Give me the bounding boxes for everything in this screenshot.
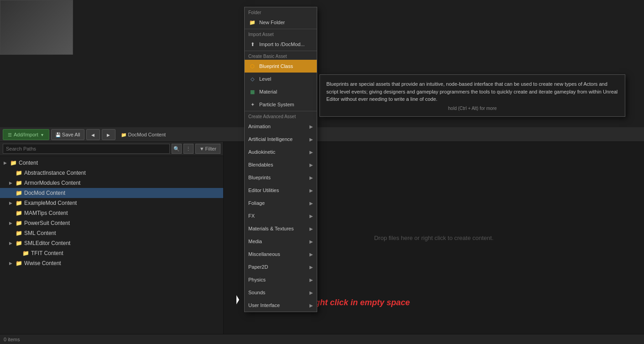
expand-arrow-icon: ▶ — [4, 161, 8, 165]
tree-item-label: MAMTips Content — [24, 210, 68, 216]
material-item[interactable]: ▦ Material — [245, 85, 317, 98]
search-button[interactable]: 🔍 — [172, 144, 182, 154]
animation-item[interactable]: Animation ▶ — [245, 120, 317, 133]
level-label: Level — [259, 76, 313, 82]
tree-item-examplemod[interactable]: ▶ 📁 ExampleMod Content — [0, 198, 223, 208]
folder-section-label: Folder — [245, 7, 317, 16]
filter-label: Filter — [205, 146, 216, 151]
tree-item-label: ExampleMod Content — [24, 200, 77, 206]
level-item[interactable]: ◇ Level — [245, 73, 317, 85]
search-input[interactable] — [3, 144, 170, 154]
miscellaneous-item[interactable]: Miscellaneous ▶ — [245, 248, 317, 261]
filter-button[interactable]: ▼ Filter — [195, 144, 220, 154]
submenu-arrow-icon: ▶ — [309, 277, 313, 282]
materials-textures-item[interactable]: Materials & Textures ▶ — [245, 222, 317, 235]
material-icon: ▦ — [248, 88, 257, 96]
animation-label: Animation — [248, 124, 307, 129]
import-label: Import to /DocMod... — [259, 42, 313, 47]
tree-item-tfit[interactable]: 📁 TFIT Content — [0, 248, 223, 258]
drop-hint: Drop files here or right click to create… — [374, 235, 494, 241]
submenu-arrow-icon: ▶ — [309, 290, 313, 295]
audiokinetic-item[interactable]: Audiokinetic ▶ — [245, 146, 317, 158]
tree-item-label: Content — [19, 160, 38, 166]
context-menu: Folder 📁 New Folder Import Asset ⬆ Impor… — [244, 7, 317, 312]
submenu-arrow-icon: ▶ — [309, 303, 313, 308]
submenu-arrow-icon: ▶ — [309, 162, 313, 167]
items-count: 0 items — [4, 337, 20, 342]
breadcrumb-label: DocMod Content — [128, 132, 166, 137]
expand-arrow-icon: ▶ — [9, 261, 14, 266]
sidebar: 🔍 ⋮ ▼ Filter ▶ 📁 Content 📁 AbstractInsta… — [0, 142, 224, 334]
tree-item-powersuit[interactable]: ▶ 📁 PowerSuit Content — [0, 218, 223, 228]
tree-item-label: PowerSuit Content — [24, 220, 70, 226]
new-folder-item[interactable]: 📁 New Folder — [245, 16, 317, 29]
tree-item-smleditor[interactable]: ▶ 📁 SMLEditor Content — [0, 238, 223, 248]
folder-icon: 📁 — [22, 250, 29, 256]
tree-item-label: AbstractInstance Content — [24, 170, 86, 176]
submenu-arrow-icon: ▶ — [309, 226, 313, 231]
particle-icon: ✦ — [248, 100, 257, 109]
status-bar: 0 items — [0, 334, 644, 344]
filter-icon: ▼ — [199, 146, 204, 151]
blendables-item[interactable]: Blendables ▶ — [245, 158, 317, 171]
fx-item[interactable]: FX ▶ — [245, 209, 317, 222]
basic-section-label: Create Basic Asset — [245, 51, 317, 60]
blueprints-item[interactable]: Blueprints ▶ — [245, 171, 317, 184]
save-all-button[interactable]: Save All — [51, 129, 84, 140]
tree-item-label: SMLEditor Content — [24, 240, 70, 246]
editor-utilities-item[interactable]: Editor Utilities ▶ — [245, 184, 317, 197]
submenu-arrow-icon: ▶ — [309, 214, 313, 219]
tree-item-wwise[interactable]: ▶ 📁 Wwise Content — [0, 258, 223, 268]
submenu-arrow-icon: ▶ — [309, 252, 313, 257]
tree-item-label: DocMod Content — [24, 190, 65, 196]
sounds-item[interactable]: Sounds ▶ — [245, 286, 317, 299]
breadcrumb: DocMod Content — [117, 132, 641, 137]
thumbnail-area — [0, 0, 73, 55]
back-button[interactable] — [86, 129, 100, 140]
media-label: Media — [248, 239, 307, 244]
file-tree: ▶ 📁 Content 📁 AbstractInstance Content ▶… — [0, 156, 223, 334]
particle-system-item[interactable]: ✦ Particle System — [245, 98, 317, 111]
new-folder-icon: 📁 — [248, 18, 257, 26]
blueprint-class-label: Blueprint Class — [259, 63, 313, 69]
annotation-text: Right click in empty space — [307, 298, 410, 308]
miscellaneous-label: Miscellaneous — [248, 251, 307, 257]
submenu-arrow-icon: ▶ — [309, 265, 313, 270]
tree-item-content[interactable]: ▶ 📁 Content — [0, 158, 223, 168]
level-icon: ◇ — [248, 75, 257, 83]
foliage-item[interactable]: Foliage ▶ — [245, 197, 317, 209]
physics-item[interactable]: Physics ▶ — [245, 273, 317, 286]
media-item[interactable]: Media ▶ — [245, 235, 317, 248]
blueprint-class-item[interactable]: ⬡ Blueprint Class — [245, 60, 317, 73]
artificial-intelligence-item[interactable]: Artificial Intelligence ▶ — [245, 133, 317, 146]
folder-icon: 📁 — [16, 230, 22, 236]
tree-item-docmod[interactable]: 📁 DocMod Content — [0, 188, 223, 198]
folder-icon: 📁 — [16, 220, 22, 226]
import-icon: ⬆ — [248, 40, 257, 48]
expand-arrow-icon: ▶ — [9, 181, 14, 185]
user-interface-item[interactable]: User Interface ▶ — [245, 299, 317, 312]
tooltip-text: Blueprints are special assets that provi… — [326, 80, 618, 103]
tree-item-mamtips[interactable]: 📁 MAMTips Content — [0, 208, 223, 218]
blendables-label: Blendables — [248, 162, 307, 167]
advanced-section-label: Create Advanced Asset — [245, 111, 317, 120]
toolbar: Add/Import Save All DocMod Content — [0, 127, 644, 142]
import-item[interactable]: ⬆ Import to /DocMod... — [245, 38, 317, 51]
paper2d-item[interactable]: Paper2D ▶ — [245, 261, 317, 273]
folder-icon: 📁 — [16, 170, 22, 176]
folder-icon: 📁 — [16, 240, 22, 246]
blueprint-icon: ⬡ — [248, 62, 257, 70]
paper2d-label: Paper2D — [248, 264, 307, 270]
expand-arrow-icon: ▶ — [9, 201, 14, 205]
settings-button[interactable]: ⋮ — [183, 144, 194, 154]
tree-item-armormodules[interactable]: ▶ 📁 ArmorModules Content — [0, 178, 223, 188]
tooltip-box: Blueprints are special assets that provi… — [319, 74, 625, 117]
editor-utilities-label: Editor Utilities — [248, 188, 307, 193]
forward-button[interactable] — [102, 129, 115, 140]
submenu-arrow-icon: ▶ — [309, 201, 313, 206]
add-import-button[interactable]: Add/Import — [3, 129, 49, 140]
folder-icon: 📁 — [16, 210, 22, 216]
tree-item-abstractinstance[interactable]: 📁 AbstractInstance Content — [0, 168, 223, 178]
tree-item-sml[interactable]: 📁 SML Content — [0, 228, 223, 238]
new-folder-label: New Folder — [259, 20, 313, 25]
